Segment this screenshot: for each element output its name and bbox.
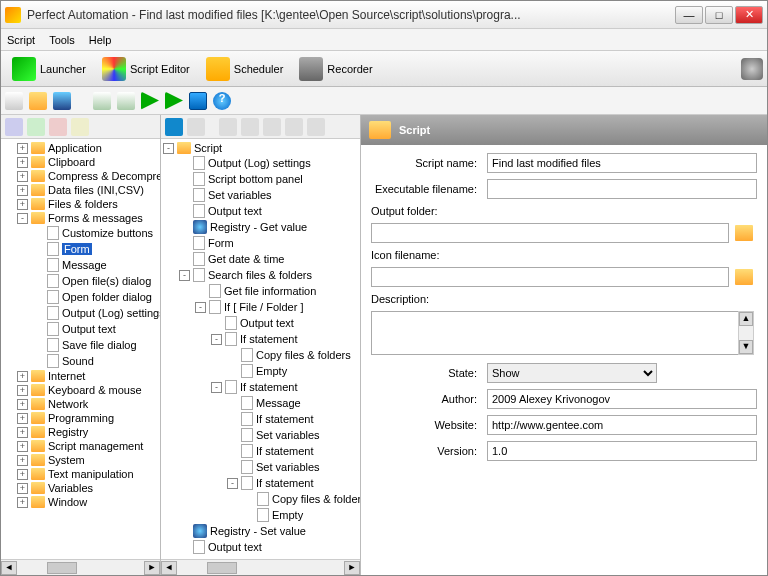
menu-script[interactable]: Script: [7, 34, 35, 46]
tree-item[interactable]: +Data files (INI,CSV): [17, 183, 158, 197]
expand-icon[interactable]: +: [17, 371, 28, 382]
collapse-icon[interactable]: -: [211, 334, 222, 345]
delete-icon[interactable]: [285, 118, 303, 136]
tree-item[interactable]: Form: [177, 235, 358, 251]
tree-item[interactable]: Customize buttons: [31, 225, 158, 241]
tree-item[interactable]: -If statement: [205, 379, 358, 395]
scheduler-button[interactable]: Scheduler: [199, 53, 291, 85]
expand-icon[interactable]: +: [17, 497, 28, 508]
tree-item[interactable]: +Keyboard & mouse: [17, 383, 158, 397]
recorder-button[interactable]: Recorder: [292, 53, 379, 85]
tree-item[interactable]: +Script management: [17, 439, 158, 453]
collapse-icon[interactable]: -: [179, 270, 190, 281]
tree-item[interactable]: +Application: [17, 141, 158, 155]
run-icon[interactable]: [141, 92, 159, 110]
tree-item[interactable]: Open file(s) dialog: [31, 273, 158, 289]
copy-icon[interactable]: [93, 92, 111, 110]
author-input[interactable]: [487, 389, 757, 409]
tree-item[interactable]: +Clipboard: [17, 155, 158, 169]
tree-item[interactable]: Copy files & folders: [219, 347, 358, 363]
expand-icon[interactable]: +: [17, 483, 28, 494]
tree-item[interactable]: -If [ File / Folder ]: [191, 299, 358, 315]
expand-icon[interactable]: +: [17, 143, 28, 154]
tree-item[interactable]: Get date & time: [177, 251, 358, 267]
tree-item[interactable]: -Search files & folders: [177, 267, 358, 283]
browse-icon-button[interactable]: [735, 269, 753, 285]
expand-icon[interactable]: +: [17, 385, 28, 396]
tree-item[interactable]: -If statement: [205, 331, 358, 347]
scroll-left-icon[interactable]: ◄: [1, 561, 17, 575]
tree-item[interactable]: Empty: [233, 507, 358, 523]
script-name-input[interactable]: [487, 153, 757, 173]
tree-item[interactable]: Open folder dialog: [31, 289, 158, 305]
collapse-icon[interactable]: -: [227, 478, 238, 489]
scroll-up-icon[interactable]: ▲: [739, 312, 753, 326]
tree-item[interactable]: +Variables: [17, 481, 158, 495]
state-select[interactable]: Show: [487, 363, 657, 383]
script-tree[interactable]: -ScriptOutput (Log) settingsScript botto…: [161, 139, 360, 559]
open-icon[interactable]: [29, 92, 47, 110]
tree-item[interactable]: If statement: [219, 411, 358, 427]
menu-help[interactable]: Help: [89, 34, 112, 46]
forward-icon[interactable]: [187, 118, 205, 136]
minimize-button[interactable]: —: [675, 6, 703, 24]
launcher-button[interactable]: Launcher: [5, 53, 93, 85]
scroll-down-icon[interactable]: ▼: [739, 340, 753, 354]
tree-item[interactable]: Registry - Get value: [177, 219, 358, 235]
tree-item[interactable]: Set variables: [177, 187, 358, 203]
copy2-icon[interactable]: [241, 118, 259, 136]
tree-item[interactable]: -Forms & messages: [17, 211, 158, 225]
description-input[interactable]: [371, 311, 739, 355]
run-step-icon[interactable]: [165, 92, 183, 110]
categories-scrollbar[interactable]: ◄ ►: [1, 559, 160, 575]
tree-item[interactable]: Output text: [177, 539, 358, 555]
tree-item[interactable]: Save file dialog: [31, 337, 158, 353]
expand-icon[interactable]: +: [17, 171, 28, 182]
version-input[interactable]: [487, 441, 757, 461]
view1-icon[interactable]: [5, 118, 23, 136]
expand-icon[interactable]: +: [17, 157, 28, 168]
tree-root[interactable]: -Script: [163, 141, 358, 155]
expand-icon[interactable]: +: [17, 399, 28, 410]
view4-icon[interactable]: [71, 118, 89, 136]
tree-item[interactable]: Output (Log) settings: [177, 155, 358, 171]
tree-item[interactable]: Set variables: [219, 459, 358, 475]
help-icon[interactable]: ?: [213, 92, 231, 110]
paste2-icon[interactable]: [263, 118, 281, 136]
expand-icon[interactable]: +: [17, 427, 28, 438]
expand-icon[interactable]: +: [17, 441, 28, 452]
cut-icon[interactable]: [219, 118, 237, 136]
collapse-icon[interactable]: -: [17, 213, 28, 224]
expand-icon[interactable]: +: [17, 185, 28, 196]
tree-item[interactable]: +Network: [17, 397, 158, 411]
tree-item[interactable]: Output text: [177, 203, 358, 219]
tree-item[interactable]: +Text manipulation: [17, 467, 158, 481]
settings-button[interactable]: [741, 58, 763, 80]
categories-tree[interactable]: +Application+Clipboard+Compress & Decomp…: [1, 139, 160, 559]
tree-item[interactable]: Output (Log) settings: [31, 305, 158, 321]
collapse-icon[interactable]: -: [195, 302, 206, 313]
tree-item[interactable]: Script bottom panel: [177, 171, 358, 187]
tree-item[interactable]: Registry - Set value: [177, 523, 358, 539]
tree-item[interactable]: Message: [31, 257, 158, 273]
tree-item[interactable]: +Compress & Decompress: [17, 169, 158, 183]
tree-item[interactable]: Copy files & folders: [233, 491, 358, 507]
tree-item[interactable]: Message: [219, 395, 358, 411]
tree-item[interactable]: +Internet: [17, 369, 158, 383]
collapse-icon[interactable]: -: [211, 382, 222, 393]
tree-item[interactable]: Output text: [31, 321, 158, 337]
view2-icon[interactable]: [27, 118, 45, 136]
tree-item[interactable]: +System: [17, 453, 158, 467]
script-scrollbar[interactable]: ◄ ►: [161, 559, 360, 575]
tree-item[interactable]: If statement: [219, 443, 358, 459]
menu-tools[interactable]: Tools: [49, 34, 75, 46]
tree-item[interactable]: +Programming: [17, 411, 158, 425]
paste-icon[interactable]: [117, 92, 135, 110]
scroll-thumb[interactable]: [47, 562, 77, 574]
scroll-left-icon[interactable]: ◄: [161, 561, 177, 575]
tree-item[interactable]: Sound: [31, 353, 158, 369]
refresh-icon[interactable]: [307, 118, 325, 136]
expand-icon[interactable]: +: [17, 199, 28, 210]
scroll-right-icon[interactable]: ►: [144, 561, 160, 575]
script-editor-button[interactable]: Script Editor: [95, 53, 197, 85]
